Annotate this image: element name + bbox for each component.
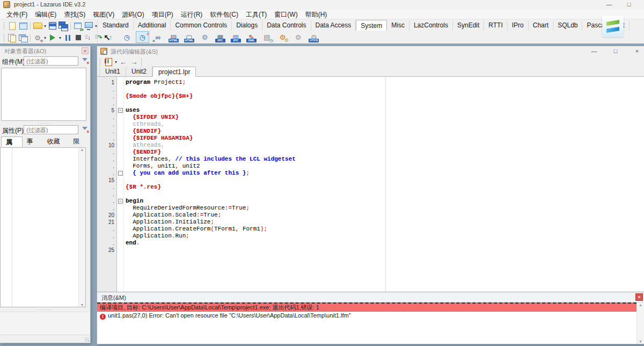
line-number-5: 5 [97, 107, 117, 114]
chevron-down-icon[interactable]: ▾ [43, 35, 47, 40]
logo-green-chevron [606, 20, 619, 26]
chevron-down-icon[interactable]: ▾ [43, 24, 47, 28]
fold-collapse-icon[interactable]: − [118, 108, 123, 113]
lazcomponentqueue-icon[interactable]: ∞ [151, 31, 165, 43]
code-area[interactable]: 1...5....10....15....2021...25 −− progra… [97, 77, 644, 292]
simple-ipc-client-icon[interactable]: ▥IPC [229, 31, 243, 43]
menu-item-7[interactable]: 软件包(C) [206, 10, 242, 19]
scroll-up-icon[interactable]: ▲ [637, 303, 644, 307]
close-button[interactable]: × [628, 47, 644, 56]
palette-tab-data-access[interactable]: Data Access [311, 20, 356, 31]
maximize-button[interactable]: □ [607, 47, 624, 56]
inspector-tab-收藏夹[interactable]: 收藏夹 [43, 136, 69, 147]
filter-clear-icon[interactable] [82, 57, 89, 64]
editor-tab-project1-lpr[interactable]: project1.lpr [152, 67, 196, 77]
html-help-database-icon[interactable]: ▤HTML [167, 31, 180, 43]
inspector-tab-限制[interactable]: 限制 [69, 136, 89, 147]
palette-tab-data-controls[interactable]: Data Controls [262, 20, 311, 31]
view-windows-icon[interactable] [18, 33, 28, 43]
process-icon[interactable]: ⚙ [291, 31, 305, 43]
editor-tab-unit2[interactable]: Unit2 [126, 67, 152, 76]
property-grid-scrollbar[interactable]: ▲ ▼ [78, 148, 85, 307]
minimize-button[interactable]: — [586, 47, 603, 56]
close-icon[interactable]: x [635, 293, 643, 301]
menu-item-5[interactable]: 项目(P) [148, 10, 177, 19]
resize-grip-icon[interactable] [85, 337, 89, 342]
component-palette: StandardAdditionalCommon ControlsDialogs… [97, 20, 644, 44]
code-line-22: Application.CreateForm(TForm1, Form1); [126, 226, 644, 233]
run-icon[interactable] [47, 33, 58, 43]
menu-item-6[interactable]: 运行(R) [177, 10, 207, 19]
message-row-0[interactable]: 编译项目, 目标: C:\Users\User\AppData\Local\Te… [97, 302, 636, 312]
back-icon[interactable] [118, 57, 129, 67]
stop-icon[interactable] [73, 33, 84, 43]
close-icon[interactable]: x [82, 47, 89, 54]
menu-item-10[interactable]: 帮助(H) [302, 10, 331, 19]
palette-tab-additional[interactable]: Additional [134, 20, 171, 31]
menu-item-9[interactable]: 窗口(W) [270, 10, 301, 19]
menu-item-8[interactable]: 工具(T) [242, 10, 270, 19]
editor-tab-unit1[interactable]: Unit1 [99, 67, 126, 76]
forward-icon[interactable] [129, 57, 140, 67]
palette-tab-common-controls[interactable]: Common Controls [171, 20, 232, 31]
menu-item-2[interactable]: 查找(S) [60, 10, 89, 19]
process-utf8-icon[interactable]: ⚙UTF8 [307, 31, 320, 43]
scroll-up-icon[interactable]: ▲ [79, 148, 85, 152]
message-row-1[interactable]: !unit1.pas(27,0) Error: Can't open resou… [97, 312, 636, 320]
save-icon[interactable] [47, 21, 58, 31]
palette-tab-system[interactable]: System [356, 20, 387, 31]
menu-item-1[interactable]: 编辑(E) [31, 10, 60, 19]
fold-marker-icon[interactable] [118, 171, 123, 176]
view-forms-icon[interactable] [83, 21, 94, 31]
new-unit-icon[interactable] [7, 21, 18, 31]
event-log-icon[interactable]: ▤ [260, 31, 274, 43]
service-manager-icon[interactable]: ⚙ [276, 31, 289, 43]
source-editor-title: 源代码编辑器(&S) [111, 48, 158, 56]
chevron-down-icon[interactable]: ▾ [58, 35, 62, 40]
palette-tab-misc[interactable]: Misc [387, 20, 409, 31]
idle-timer-icon[interactable]: ◷ [136, 31, 149, 43]
simple-ipc-server-icon[interactable]: ▦IPC [214, 31, 227, 43]
fold-collapse-icon[interactable]: − [118, 199, 123, 204]
html-browser-help-viewer-icon[interactable]: ▢HTML [182, 31, 196, 43]
scroll-down-icon[interactable]: ▼ [637, 340, 644, 343]
code-line-11: {$ENDIF} [126, 149, 644, 156]
chevron-down-icon[interactable]: ▾ [114, 60, 118, 64]
minimize-button[interactable]: — [600, 0, 618, 10]
palette-tab-standard[interactable]: Standard [98, 20, 134, 31]
menu-item-4[interactable]: 源码(O) [118, 10, 148, 19]
palette-tab-ipro[interactable]: IPro [508, 20, 529, 31]
filter-clear-icon[interactable] [82, 126, 89, 133]
properties-filter-input[interactable] [24, 125, 78, 134]
save-all-icon[interactable] [58, 21, 69, 31]
maximize-button[interactable]: □ [620, 0, 638, 10]
component-filter-input[interactable] [24, 56, 78, 66]
async-process-icon[interactable]: ⚙ [198, 31, 211, 43]
view-units-icon[interactable] [7, 33, 18, 43]
component-tree[interactable] [1, 68, 86, 121]
build-mode-icon[interactable] [32, 33, 43, 43]
timer-icon[interactable]: ◷ [120, 31, 134, 43]
scroll-down-icon[interactable]: ▼ [79, 303, 85, 307]
property-grid[interactable]: ▲ ▼ [0, 147, 86, 307]
palette-tab-sqldb[interactable]: SQLdb [553, 20, 582, 31]
selection-tool-icon[interactable]: ↖ [100, 31, 114, 43]
palette-tab-rtti[interactable]: RTTI [484, 20, 507, 31]
jump-history-icon[interactable] [103, 57, 114, 67]
messages-scrollbar[interactable]: ▲ ▼ [636, 302, 644, 344]
line-number-6: . [97, 114, 117, 121]
palette-tab-chart[interactable]: Chart [529, 20, 553, 31]
menu-item-3[interactable]: 视图(V) [89, 10, 118, 19]
xml-config-icon[interactable]: ✎XML [245, 31, 258, 43]
palette-tab-lazcontrols[interactable]: LazControls [409, 20, 453, 31]
step-into-icon[interactable] [84, 33, 94, 43]
menu-item-0[interactable]: 文件(F) [3, 10, 31, 19]
inspector-tab-事件[interactable]: 事件 [23, 136, 43, 147]
toggle-form-unit-icon[interactable] [72, 21, 83, 31]
palette-tab-dialogs[interactable]: Dialogs [232, 20, 262, 31]
new-form-icon[interactable] [18, 21, 28, 31]
inspector-tab-属性[interactable]: 属性 [1, 136, 23, 147]
pause-icon[interactable] [62, 33, 73, 43]
palette-tab-synedit[interactable]: SynEdit [453, 20, 484, 31]
open-file-icon[interactable] [32, 21, 43, 31]
